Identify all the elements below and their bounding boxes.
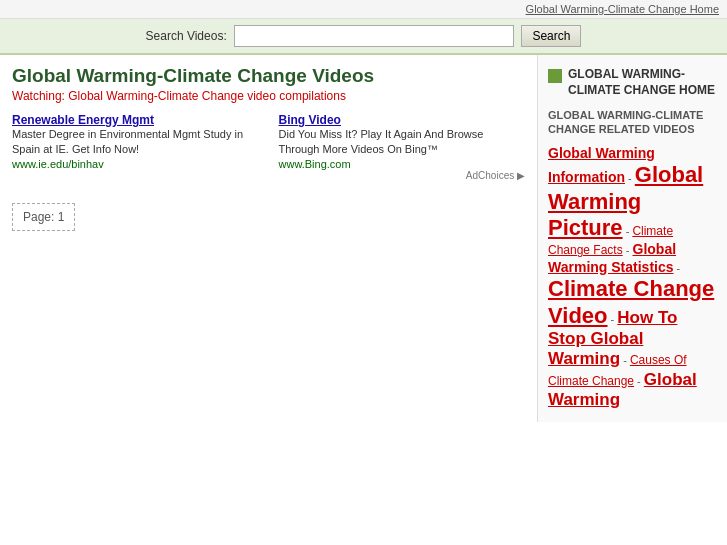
ad-desc-1: Master Degree in Environmental Mgmt Stud… <box>12 127 259 158</box>
separator-3: - <box>674 262 681 274</box>
separator-6: - <box>634 375 644 387</box>
ad-url-2: www.Bing.com <box>279 158 526 170</box>
separator-0: - <box>625 172 635 184</box>
ad-title-1[interactable]: Renewable Energy Mgmt <box>12 113 259 127</box>
separator-4: - <box>608 313 618 325</box>
sidebar-home-title-line1: GLOBAL WARMING- <box>568 67 715 83</box>
separator-1: - <box>623 225 633 237</box>
content-area: Global Warming-Climate Change Videos Wat… <box>0 55 537 422</box>
top-bar: Global Warming-Climate Change Home <box>0 0 727 19</box>
search-label: Search Videos: <box>146 29 227 43</box>
sidebar-green-icon <box>548 69 562 83</box>
ad-choices[interactable]: AdChoices ▶ <box>279 170 526 181</box>
ad-desc-2: Did You Miss It? Play It Again And Brows… <box>279 127 526 158</box>
related-links-container: Global Warming Information - Global Warm… <box>548 145 717 411</box>
search-input[interactable] <box>234 25 514 47</box>
sidebar-home-title-line2: CLIMATE CHANGE HOME <box>568 83 715 99</box>
home-link[interactable]: Global Warming-Climate Change Home <box>526 3 719 15</box>
sidebar: GLOBAL WARMING- CLIMATE CHANGE HOME GLOB… <box>537 55 727 422</box>
pagination: Page: 1 <box>12 203 75 231</box>
main-layout: Global Warming-Climate Change Videos Wat… <box>0 55 727 422</box>
separator-2: - <box>623 244 633 256</box>
related-videos-title: GLOBAL WARMING-CLIMATE CHANGE RELATED VI… <box>548 108 717 137</box>
sidebar-home-section: GLOBAL WARMING- CLIMATE CHANGE HOME <box>548 67 717 98</box>
separator-5: - <box>620 354 630 366</box>
search-bar: Search Videos: Search <box>0 19 727 55</box>
search-button[interactable]: Search <box>521 25 581 47</box>
page-title: Global Warming-Climate Change Videos <box>12 65 525 87</box>
ads-row: Renewable Energy Mgmt Master Degree in E… <box>12 113 525 189</box>
ad-block-1: Renewable Energy Mgmt Master Degree in E… <box>12 113 259 181</box>
ad-block-2: Bing Video Did You Miss It? Play It Agai… <box>279 113 526 181</box>
watching-text: Watching: Global Warming-Climate Change … <box>12 89 525 103</box>
ad-title-2[interactable]: Bing Video <box>279 113 526 127</box>
ad-url-1: www.ie.edu/binhav <box>12 158 259 170</box>
